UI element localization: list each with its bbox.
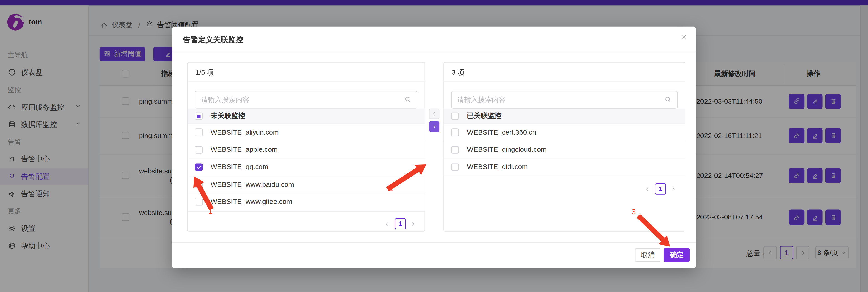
list-item[interactable]: WEBSITE_cert.360.cn bbox=[444, 124, 685, 141]
item-checkbox[interactable] bbox=[451, 146, 459, 153]
dialog-footer-divider bbox=[172, 242, 696, 242]
associated-count: 3 项 bbox=[452, 68, 465, 78]
item-label: WEBSITE_qingcloud.com bbox=[467, 146, 547, 153]
panel-divider bbox=[444, 81, 685, 81]
list-item[interactable]: WEBSITE_apple.com bbox=[188, 141, 425, 159]
list-header-label: 已关联监控 bbox=[467, 111, 502, 121]
list-header-label: 未关联监控 bbox=[211, 111, 245, 121]
annotation-label-1: 1 bbox=[208, 207, 212, 215]
search-box bbox=[451, 91, 678, 109]
chevron-right-icon bbox=[431, 123, 437, 129]
panel-pagination: 1 bbox=[644, 183, 676, 195]
panel-current-page[interactable]: 1 bbox=[655, 183, 666, 195]
dialog-title: 告警定义关联监控 bbox=[183, 35, 243, 45]
list-item[interactable]: WEBSITE_qingcloud.com bbox=[444, 141, 685, 159]
transfer-right-button[interactable] bbox=[429, 121, 439, 132]
chevron-left-icon[interactable] bbox=[644, 186, 650, 192]
list-item[interactable]: WEBSITE_didi.com bbox=[444, 159, 685, 176]
item-label: WEBSITE_apple.com bbox=[211, 146, 278, 153]
item-label: WEBSITE_www.baidu.com bbox=[211, 180, 294, 188]
search-box bbox=[195, 91, 417, 109]
chevron-left-icon bbox=[431, 111, 437, 117]
item-checkbox[interactable] bbox=[195, 129, 202, 136]
list-item[interactable]: WEBSITE_www.gitee.com bbox=[188, 193, 425, 210]
annotation-label-3: 3 bbox=[631, 208, 636, 216]
item-label: WEBSITE_cert.360.cn bbox=[467, 129, 536, 137]
unassociated-count: 1/5 项 bbox=[195, 68, 214, 78]
unassociated-panel: 1/5 项 未关联监控 WEBSITE_aliyun.com WEBSITE_a… bbox=[187, 62, 425, 231]
panel-current-page[interactable]: 1 bbox=[395, 218, 406, 229]
item-checkbox[interactable] bbox=[195, 146, 202, 153]
search-icon bbox=[404, 96, 412, 106]
chevron-left-icon[interactable] bbox=[384, 221, 390, 227]
cancel-button[interactable]: 取消 bbox=[635, 248, 660, 262]
panel-pagination: 1 bbox=[384, 218, 416, 229]
item-label: WEBSITE_www.gitee.com bbox=[211, 198, 292, 205]
confirm-button[interactable]: 确定 bbox=[663, 248, 689, 262]
list-item[interactable]: WEBSITE_aliyun.com bbox=[188, 124, 425, 141]
associated-panel: 3 项 已关联监控 WEBSITE_cert.360.cn WEBSITE_qi… bbox=[443, 62, 685, 231]
search-icon bbox=[664, 96, 672, 106]
item-label: WEBSITE_didi.com bbox=[467, 163, 528, 171]
item-checkbox[interactable] bbox=[195, 198, 202, 205]
item-label: WEBSITE_aliyun.com bbox=[211, 129, 279, 137]
item-label: WEBSITE_qq.com bbox=[211, 163, 268, 171]
annotation-label-2: 2 bbox=[389, 184, 393, 193]
search-input[interactable] bbox=[195, 91, 417, 108]
associated-list-header: 已关联监控 bbox=[444, 109, 685, 124]
select-all-checkbox[interactable] bbox=[451, 112, 459, 120]
list-item[interactable]: WEBSITE_qq.com bbox=[188, 159, 425, 176]
item-checkbox[interactable] bbox=[451, 163, 459, 171]
unassociated-list-header: 未关联监控 bbox=[188, 109, 425, 124]
transfer-left-button[interactable] bbox=[429, 109, 439, 119]
screen: tom 主导航 仪表盘 监控 应用服务监控 数据库监控 bbox=[0, 0, 868, 292]
item-checkbox[interactable] bbox=[451, 129, 459, 136]
panel-divider bbox=[188, 81, 425, 81]
dialog-header-divider bbox=[172, 51, 696, 52]
search-input[interactable] bbox=[452, 91, 677, 108]
chevron-right-icon[interactable] bbox=[410, 221, 416, 227]
close-icon[interactable]: × bbox=[681, 32, 687, 41]
select-all-checkbox[interactable] bbox=[195, 112, 202, 120]
item-checkbox-checked[interactable] bbox=[195, 163, 202, 171]
associate-monitor-dialog: 告警定义关联监控 × 1/5 项 未关联监控 WEBSITE_aliyun.co… bbox=[172, 27, 696, 268]
chevron-right-icon[interactable] bbox=[671, 186, 677, 192]
